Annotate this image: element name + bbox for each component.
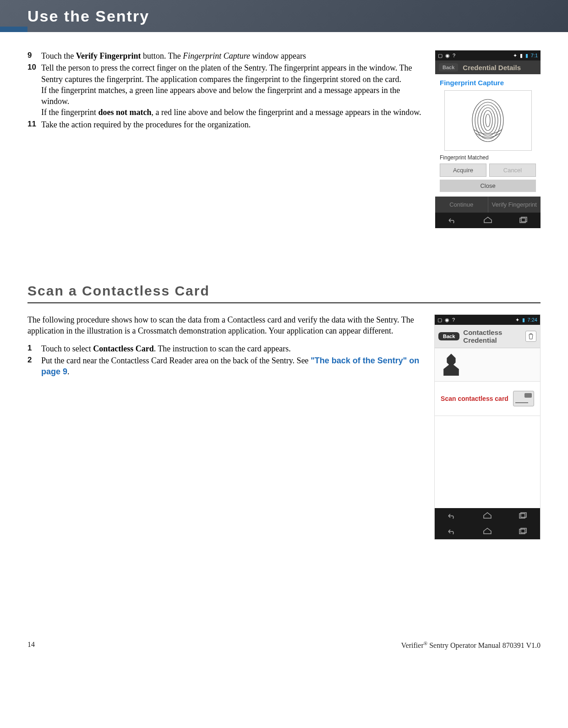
svg-point-0 bbox=[472, 99, 503, 142]
gallery-icon: ▢ bbox=[438, 53, 442, 59]
step-number: 1 bbox=[27, 343, 41, 354]
back-icon[interactable] bbox=[447, 512, 458, 520]
bold-text: Contactless Card bbox=[93, 344, 154, 353]
step-9: 9 Touch the Verify Fingerprint button. T… bbox=[27, 50, 426, 61]
header-accent bbox=[0, 27, 27, 32]
step-number: 10 bbox=[27, 62, 41, 118]
step-number: 2 bbox=[27, 355, 41, 378]
status-left: ▢ ◉ ? bbox=[438, 53, 455, 59]
text: . The instruction to scan the card appea… bbox=[154, 344, 291, 353]
home-icon[interactable] bbox=[482, 512, 493, 520]
back-button[interactable]: Back bbox=[438, 332, 459, 340]
text: Put the card near the Contactless Card R… bbox=[41, 356, 311, 365]
instruction-text: Scan contactless card bbox=[441, 395, 508, 402]
help-icon: ? bbox=[453, 53, 455, 58]
wifi-icon: ✦ bbox=[513, 53, 517, 59]
page-content: 9 Touch the Verify Fingerprint button. T… bbox=[0, 32, 568, 549]
android-nav-bar bbox=[435, 213, 541, 228]
battery-icon: ▮ bbox=[525, 53, 528, 59]
header-title: Use the Sentry bbox=[27, 7, 149, 25]
clock: 7:24 bbox=[528, 317, 537, 323]
text: Sentry Operator Manual 870391 V1.0 bbox=[427, 641, 541, 649]
status-right: ✦ ▮ ▮ 7:1 bbox=[513, 53, 538, 59]
step-body: Put the card near the Contactless Card R… bbox=[41, 355, 425, 378]
home-icon[interactable] bbox=[482, 216, 493, 224]
fingerprint-image-box bbox=[444, 90, 532, 151]
status-bar: ▢ ◉ ? ✦ ▮ 7:24 bbox=[435, 315, 540, 325]
status-right: ✦ ▮ 7:24 bbox=[515, 317, 537, 323]
step-1: 1 Touch to select Contactless Card. The … bbox=[27, 343, 425, 354]
text: , a red line above and below the fingerp… bbox=[151, 108, 421, 117]
recent-apps-icon[interactable] bbox=[518, 216, 529, 224]
step-2: 2 Put the card near the Contactless Card… bbox=[27, 355, 425, 378]
signal-icon: ▮ bbox=[520, 53, 523, 59]
panel-title: Fingerprint Capture bbox=[440, 79, 536, 87]
section-rule bbox=[27, 302, 541, 303]
text: Tell the person to press the correct fin… bbox=[41, 63, 412, 83]
scan-instruction: Scan contactless card bbox=[435, 382, 540, 416]
gallery-icon: ▢ bbox=[437, 317, 442, 323]
acquire-button[interactable]: Acquire bbox=[440, 164, 486, 177]
button-row: Acquire Cancel bbox=[440, 164, 536, 177]
android-nav-bar-stacked bbox=[435, 508, 540, 539]
recent-apps-icon[interactable] bbox=[517, 527, 528, 536]
sync-icon: ◉ bbox=[445, 317, 449, 323]
step-11: 11 Take the action required by the proce… bbox=[27, 119, 426, 130]
step-body: Touch to select Contactless Card. The in… bbox=[41, 343, 425, 354]
sync-icon: ◉ bbox=[445, 53, 450, 59]
clock: 7:1 bbox=[531, 53, 538, 58]
document-title: Verifier® Sentry Operator Manual 870391 … bbox=[401, 640, 541, 650]
wifi-icon: ✦ bbox=[515, 317, 519, 323]
android-nav-bar bbox=[435, 508, 540, 524]
back-icon[interactable] bbox=[447, 527, 458, 536]
titlebar: Back Contactless Credential bbox=[435, 325, 540, 348]
bold-text: does not match bbox=[98, 108, 151, 117]
italic-text: Fingerprint Capture bbox=[183, 51, 250, 60]
section-intro: The following procedure shows how to sca… bbox=[27, 314, 425, 337]
text: If the fingerprint bbox=[41, 108, 98, 117]
text: Touch the bbox=[41, 51, 76, 60]
step-number: 11 bbox=[27, 119, 41, 130]
fingerprint-capture-panel: Fingerprint Capture bbox=[435, 74, 541, 197]
status-left: ▢ ◉ ? bbox=[437, 317, 455, 323]
svg-point-3 bbox=[481, 108, 495, 133]
svg-point-5 bbox=[486, 114, 490, 127]
home-icon[interactable] bbox=[482, 527, 493, 536]
step-body: Take the action required by the procedur… bbox=[41, 119, 426, 130]
upper-steps-text: 9 Touch the Verify Fingerprint button. T… bbox=[27, 50, 426, 228]
section-heading: Scan a Contactless Card bbox=[27, 283, 541, 299]
page-header: Use the Sentry bbox=[0, 0, 568, 32]
fingerprint-icon bbox=[470, 98, 506, 143]
close-button[interactable]: Close bbox=[440, 180, 536, 192]
back-icon[interactable] bbox=[447, 216, 458, 224]
step-body: Touch the Verify Fingerprint button. The… bbox=[41, 50, 426, 61]
lower-steps-block: The following procedure shows how to sca… bbox=[27, 314, 541, 540]
step-body: Tell the person to press the correct fin… bbox=[41, 62, 426, 118]
text: window appears bbox=[250, 51, 306, 60]
cancel-button[interactable]: Cancel bbox=[489, 164, 536, 177]
back-button[interactable]: Back bbox=[439, 63, 458, 71]
empty-area bbox=[435, 416, 540, 508]
lower-steps-text: The following procedure shows how to sca… bbox=[27, 314, 425, 540]
bottom-actions: Continue Verify Fingerprint bbox=[435, 197, 541, 213]
registered-mark: ® bbox=[424, 640, 428, 646]
page-number: 14 bbox=[27, 640, 35, 650]
help-icon: ? bbox=[452, 317, 455, 323]
screen-title: Contactless Credential bbox=[463, 328, 522, 344]
contactless-card-icon bbox=[513, 391, 534, 406]
step-10: 10 Tell the person to press the correct … bbox=[27, 62, 426, 118]
text: If the fingerprint matches, a green line… bbox=[41, 86, 400, 106]
text: button. The bbox=[141, 51, 183, 60]
text: . bbox=[67, 367, 70, 376]
titlebar: Back Credential Details bbox=[435, 60, 541, 74]
person-row bbox=[435, 348, 540, 382]
page-footer: 14 Verifier® Sentry Operator Manual 8703… bbox=[0, 549, 568, 663]
verify-fingerprint-button[interactable]: Verify Fingerprint bbox=[488, 197, 541, 213]
upper-steps-block: 9 Touch the Verify Fingerprint button. T… bbox=[27, 50, 541, 228]
recent-apps-icon[interactable] bbox=[517, 512, 528, 520]
continue-button[interactable]: Continue bbox=[435, 197, 488, 213]
fingerprint-capture-screenshot: ▢ ◉ ? ✦ ▮ ▮ 7:1 Back Credential Details … bbox=[435, 50, 541, 228]
person-silhouette-icon bbox=[440, 354, 462, 376]
delete-icon[interactable] bbox=[525, 331, 536, 342]
match-status: Fingerprint Matched bbox=[440, 154, 536, 161]
